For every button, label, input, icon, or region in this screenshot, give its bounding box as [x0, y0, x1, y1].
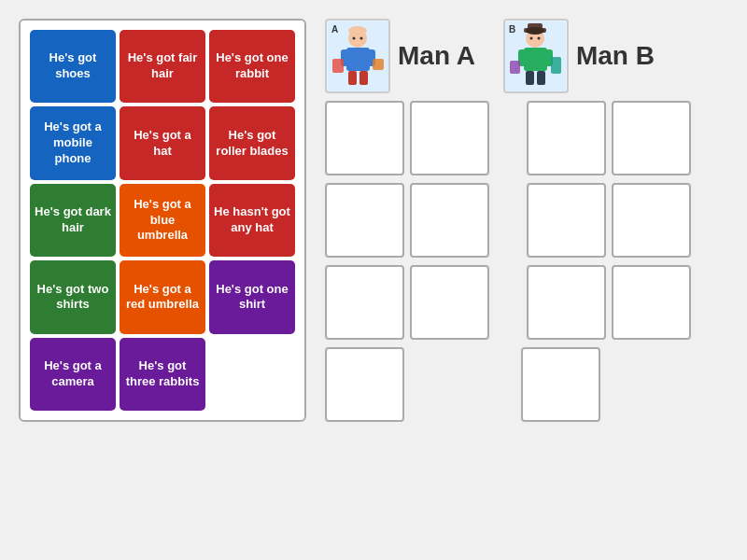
svg-point-25: [538, 36, 541, 39]
tile-fair-hair[interactable]: He's got fair hair: [120, 30, 205, 103]
svg-rect-22: [537, 71, 545, 85]
svg-rect-3: [346, 48, 370, 71]
tile-mobile-phone[interactable]: He's got a mobile phone: [30, 106, 116, 179]
svg-rect-21: [526, 71, 534, 85]
man-b-label: Man B: [576, 41, 655, 71]
drop-box-a3-1[interactable]: [325, 265, 404, 340]
drop-row-1: [325, 101, 728, 175]
tile-camera[interactable]: He's got a camera: [30, 338, 116, 411]
man-a-label: Man A: [398, 41, 475, 71]
tile-hat[interactable]: He's got a hat: [120, 106, 205, 179]
tile-one-shirt[interactable]: He's got one shirt: [209, 260, 295, 333]
tile-two-shirts[interactable]: He's got two shirts: [30, 260, 116, 333]
svg-text:B: B: [509, 24, 515, 35]
activity-panel: A: [325, 19, 728, 422]
drop-box-b1-2[interactable]: [612, 101, 691, 175]
man-b-header: B: [503, 19, 655, 93]
drop-row-2: [325, 183, 728, 258]
drop-box-b3-2[interactable]: [612, 265, 691, 340]
drop-row-4: [325, 347, 728, 422]
tiles-panel: He's got shoes He's got fair hair He's g…: [19, 19, 306, 422]
drop-box-b2-2[interactable]: [612, 183, 691, 258]
man-b-row4: [521, 347, 600, 422]
drop-box-b4-1[interactable]: [521, 347, 600, 422]
man-a-row4: [325, 347, 404, 422]
svg-rect-11: [332, 59, 344, 73]
drop-box-a3-2[interactable]: [410, 265, 489, 340]
tile-one-rabbit[interactable]: He's got one rabbit: [209, 30, 295, 103]
man-b-row3: [527, 265, 691, 340]
drop-box-a1-1[interactable]: [325, 101, 404, 175]
man-a-row2: [325, 183, 489, 258]
man-b-row2: [527, 183, 691, 258]
drop-box-b1-1[interactable]: [527, 101, 606, 175]
tile-roller-blades[interactable]: He's got roller blades: [209, 106, 295, 179]
man-b-row1: [527, 101, 691, 175]
drop-box-a2-1[interactable]: [325, 183, 404, 258]
svg-text:A: A: [331, 24, 338, 35]
man-a-row1: [325, 101, 489, 175]
drop-box-a4-1[interactable]: [325, 347, 404, 422]
man-a-header: A: [325, 19, 475, 93]
svg-point-9: [352, 36, 355, 39]
svg-point-24: [530, 36, 533, 39]
man-b-image: B: [503, 19, 569, 93]
main-container: He's got shoes He's got fair hair He's g…: [0, 0, 747, 441]
svg-rect-27: [551, 57, 561, 74]
man-a-image: A: [325, 19, 390, 93]
tile-blue-umbrella[interactable]: He's got a blue umbrella: [120, 184, 205, 257]
svg-point-8: [348, 26, 367, 35]
drop-row-3: [325, 265, 728, 340]
drop-box-a1-2[interactable]: [410, 101, 489, 175]
svg-point-10: [359, 36, 362, 39]
svg-rect-7: [359, 71, 368, 85]
svg-point-23: [526, 27, 544, 35]
drop-box-a2-2[interactable]: [410, 183, 489, 258]
tile-no-hat[interactable]: He hasn't got any hat: [209, 184, 295, 257]
svg-rect-6: [348, 71, 357, 85]
drop-box-b3-1[interactable]: [527, 265, 606, 340]
man-a-row3: [325, 265, 489, 340]
svg-rect-18: [524, 48, 547, 71]
svg-rect-12: [373, 59, 384, 70]
tile-red-umbrella[interactable]: He's got a red umbrella: [120, 260, 205, 333]
man-headers: A: [325, 19, 728, 93]
drop-box-b2-1[interactable]: [527, 183, 606, 258]
tile-three-rabbits[interactable]: He's got three rabbits: [120, 338, 205, 411]
tile-dark-hair[interactable]: He's got dark hair: [30, 184, 116, 257]
tile-shoes[interactable]: He's got shoes: [30, 30, 116, 103]
svg-rect-26: [510, 61, 520, 74]
